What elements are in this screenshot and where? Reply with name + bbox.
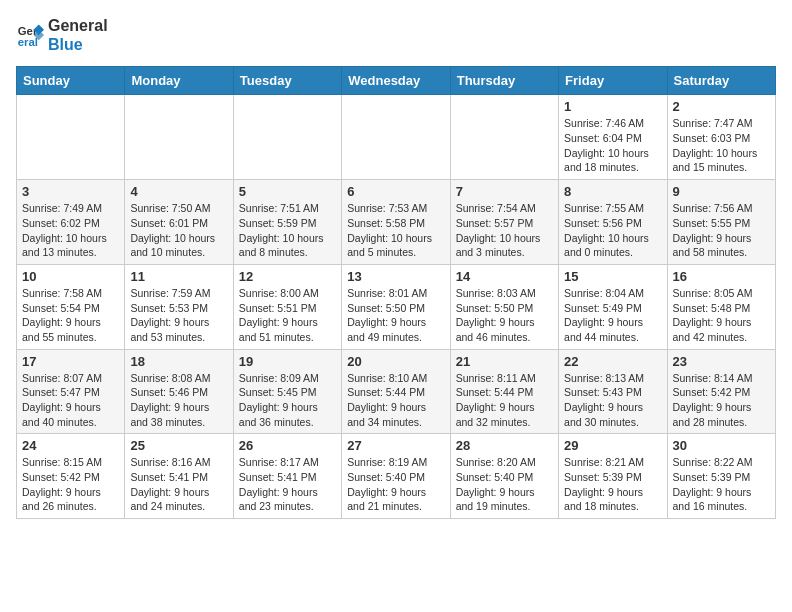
- day-info: Sunrise: 8:15 AM: [22, 455, 119, 470]
- day-info: Daylight: 10 hours and 8 minutes.: [239, 231, 336, 260]
- day-info: Sunrise: 8:20 AM: [456, 455, 553, 470]
- day-number: 17: [22, 354, 119, 369]
- day-info: Sunrise: 8:16 AM: [130, 455, 227, 470]
- day-info: Sunset: 5:44 PM: [347, 385, 444, 400]
- day-info: Sunrise: 8:22 AM: [673, 455, 770, 470]
- day-info: Daylight: 9 hours and 46 minutes.: [456, 315, 553, 344]
- day-info: Daylight: 10 hours and 10 minutes.: [130, 231, 227, 260]
- day-info: Sunrise: 7:53 AM: [347, 201, 444, 216]
- day-info: Sunrise: 8:11 AM: [456, 371, 553, 386]
- day-info: Sunset: 5:39 PM: [564, 470, 661, 485]
- calendar-cell: 6Sunrise: 7:53 AMSunset: 5:58 PMDaylight…: [342, 180, 450, 265]
- calendar-week-2: 3Sunrise: 7:49 AMSunset: 6:02 PMDaylight…: [17, 180, 776, 265]
- calendar-cell: [450, 95, 558, 180]
- header-day-thursday: Thursday: [450, 67, 558, 95]
- calendar-cell: [233, 95, 341, 180]
- day-number: 2: [673, 99, 770, 114]
- day-number: 7: [456, 184, 553, 199]
- day-info: Sunset: 5:54 PM: [22, 301, 119, 316]
- day-info: Daylight: 10 hours and 18 minutes.: [564, 146, 661, 175]
- day-info: Sunset: 5:43 PM: [564, 385, 661, 400]
- day-number: 1: [564, 99, 661, 114]
- calendar-cell: 13Sunrise: 8:01 AMSunset: 5:50 PMDayligh…: [342, 264, 450, 349]
- day-info: Sunrise: 7:47 AM: [673, 116, 770, 131]
- day-info: Sunset: 5:55 PM: [673, 216, 770, 231]
- calendar-cell: 9Sunrise: 7:56 AMSunset: 5:55 PMDaylight…: [667, 180, 775, 265]
- day-number: 24: [22, 438, 119, 453]
- day-number: 12: [239, 269, 336, 284]
- day-info: Sunrise: 7:59 AM: [130, 286, 227, 301]
- day-number: 21: [456, 354, 553, 369]
- calendar-week-1: 1Sunrise: 7:46 AMSunset: 6:04 PMDaylight…: [17, 95, 776, 180]
- calendar-week-3: 10Sunrise: 7:58 AMSunset: 5:54 PMDayligh…: [17, 264, 776, 349]
- day-info: Sunset: 5:44 PM: [456, 385, 553, 400]
- header-day-friday: Friday: [559, 67, 667, 95]
- day-number: 15: [564, 269, 661, 284]
- calendar-cell: 20Sunrise: 8:10 AMSunset: 5:44 PMDayligh…: [342, 349, 450, 434]
- header-day-sunday: Sunday: [17, 67, 125, 95]
- header-row: SundayMondayTuesdayWednesdayThursdayFrid…: [17, 67, 776, 95]
- calendar-cell: 10Sunrise: 7:58 AMSunset: 5:54 PMDayligh…: [17, 264, 125, 349]
- day-info: Daylight: 9 hours and 26 minutes.: [22, 485, 119, 514]
- day-info: Sunrise: 8:21 AM: [564, 455, 661, 470]
- calendar-cell: 29Sunrise: 8:21 AMSunset: 5:39 PMDayligh…: [559, 434, 667, 519]
- header-day-tuesday: Tuesday: [233, 67, 341, 95]
- day-info: Sunrise: 8:08 AM: [130, 371, 227, 386]
- logo-icon: Gen eral: [16, 21, 44, 49]
- day-number: 29: [564, 438, 661, 453]
- day-info: Daylight: 10 hours and 15 minutes.: [673, 146, 770, 175]
- day-number: 30: [673, 438, 770, 453]
- day-info: Sunset: 5:50 PM: [347, 301, 444, 316]
- day-info: Sunset: 5:39 PM: [673, 470, 770, 485]
- day-info: Daylight: 9 hours and 24 minutes.: [130, 485, 227, 514]
- day-info: Sunrise: 7:58 AM: [22, 286, 119, 301]
- calendar-cell: 28Sunrise: 8:20 AMSunset: 5:40 PMDayligh…: [450, 434, 558, 519]
- day-info: Sunrise: 7:54 AM: [456, 201, 553, 216]
- day-info: Daylight: 9 hours and 53 minutes.: [130, 315, 227, 344]
- day-info: Sunset: 5:49 PM: [564, 301, 661, 316]
- day-info: Sunset: 5:42 PM: [673, 385, 770, 400]
- day-info: Daylight: 9 hours and 16 minutes.: [673, 485, 770, 514]
- day-number: 11: [130, 269, 227, 284]
- calendar-week-4: 17Sunrise: 8:07 AMSunset: 5:47 PMDayligh…: [17, 349, 776, 434]
- calendar-week-5: 24Sunrise: 8:15 AMSunset: 5:42 PMDayligh…: [17, 434, 776, 519]
- day-number: 18: [130, 354, 227, 369]
- calendar-body: 1Sunrise: 7:46 AMSunset: 6:04 PMDaylight…: [17, 95, 776, 519]
- calendar-cell: 7Sunrise: 7:54 AMSunset: 5:57 PMDaylight…: [450, 180, 558, 265]
- calendar-cell: 18Sunrise: 8:08 AMSunset: 5:46 PMDayligh…: [125, 349, 233, 434]
- calendar-cell: 24Sunrise: 8:15 AMSunset: 5:42 PMDayligh…: [17, 434, 125, 519]
- day-info: Sunset: 6:04 PM: [564, 131, 661, 146]
- calendar-cell: 12Sunrise: 8:00 AMSunset: 5:51 PMDayligh…: [233, 264, 341, 349]
- day-info: Sunrise: 7:51 AM: [239, 201, 336, 216]
- day-info: Sunset: 5:42 PM: [22, 470, 119, 485]
- day-info: Sunrise: 7:56 AM: [673, 201, 770, 216]
- day-info: Daylight: 9 hours and 32 minutes.: [456, 400, 553, 429]
- calendar-cell: 11Sunrise: 7:59 AMSunset: 5:53 PMDayligh…: [125, 264, 233, 349]
- day-number: 10: [22, 269, 119, 284]
- day-number: 22: [564, 354, 661, 369]
- header-day-wednesday: Wednesday: [342, 67, 450, 95]
- day-info: Daylight: 9 hours and 51 minutes.: [239, 315, 336, 344]
- day-info: Sunset: 5:51 PM: [239, 301, 336, 316]
- day-info: Sunset: 5:57 PM: [456, 216, 553, 231]
- day-info: Sunrise: 8:17 AM: [239, 455, 336, 470]
- calendar-cell: 26Sunrise: 8:17 AMSunset: 5:41 PMDayligh…: [233, 434, 341, 519]
- calendar-cell: 2Sunrise: 7:47 AMSunset: 6:03 PMDaylight…: [667, 95, 775, 180]
- day-info: Sunrise: 8:14 AM: [673, 371, 770, 386]
- day-info: Sunrise: 8:04 AM: [564, 286, 661, 301]
- calendar-cell: 1Sunrise: 7:46 AMSunset: 6:04 PMDaylight…: [559, 95, 667, 180]
- day-info: Daylight: 10 hours and 3 minutes.: [456, 231, 553, 260]
- calendar-cell: 27Sunrise: 8:19 AMSunset: 5:40 PMDayligh…: [342, 434, 450, 519]
- calendar-cell: 4Sunrise: 7:50 AMSunset: 6:01 PMDaylight…: [125, 180, 233, 265]
- day-info: Sunset: 5:56 PM: [564, 216, 661, 231]
- header-day-saturday: Saturday: [667, 67, 775, 95]
- day-info: Sunrise: 7:46 AM: [564, 116, 661, 131]
- calendar-cell: 5Sunrise: 7:51 AMSunset: 5:59 PMDaylight…: [233, 180, 341, 265]
- day-info: Sunset: 5:45 PM: [239, 385, 336, 400]
- calendar-cell: 25Sunrise: 8:16 AMSunset: 5:41 PMDayligh…: [125, 434, 233, 519]
- day-info: Daylight: 10 hours and 5 minutes.: [347, 231, 444, 260]
- calendar-cell: 3Sunrise: 7:49 AMSunset: 6:02 PMDaylight…: [17, 180, 125, 265]
- day-info: Daylight: 9 hours and 34 minutes.: [347, 400, 444, 429]
- day-info: Sunset: 6:02 PM: [22, 216, 119, 231]
- day-info: Daylight: 10 hours and 13 minutes.: [22, 231, 119, 260]
